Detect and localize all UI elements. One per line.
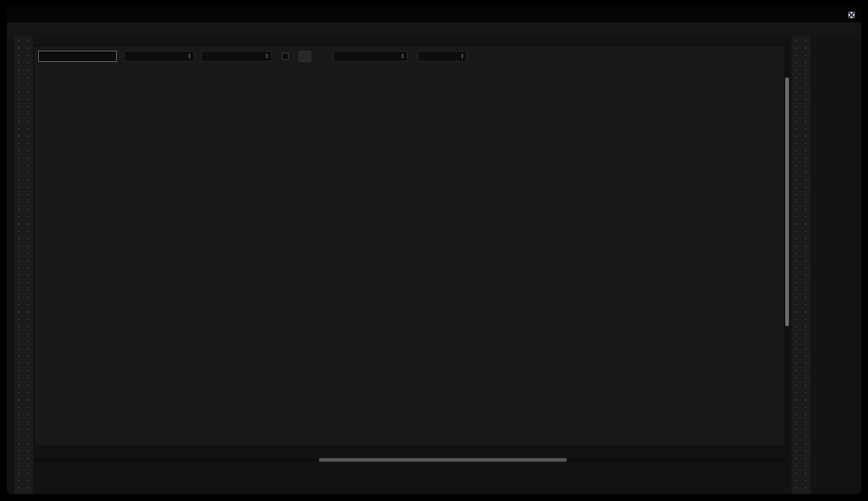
brand-dropdown[interactable]: ▲▼ <box>124 51 194 62</box>
menu-file[interactable] <box>12 28 23 32</box>
spinner-icon: ▲▼ <box>188 53 191 59</box>
favorites-toggle[interactable] <box>282 53 292 60</box>
spinner-icon: ▲▼ <box>461 53 464 59</box>
sort-dropdown[interactable]: ▲▼ <box>333 51 408 62</box>
horizontal-scrollbar-thumb[interactable] <box>319 458 567 462</box>
spinner-icon: ▲▼ <box>401 53 404 59</box>
menu-help[interactable] <box>58 28 69 32</box>
horizontal-scrollbar[interactable] <box>34 458 785 462</box>
module-grid <box>38 66 780 442</box>
menu-bar <box>7 23 861 37</box>
vertical-scrollbar-thumb[interactable] <box>785 77 789 326</box>
tags-dropdown[interactable]: ▲▼ <box>201 51 272 62</box>
module-browser: ▲▼ ▲▼ ▲▼ ▲▼ <box>34 46 785 447</box>
rack-area: ▲▼ ▲▼ ▲▼ ▲▼ <box>7 37 861 494</box>
menu-edit[interactable] <box>24 28 34 32</box>
vertical-scrollbar[interactable] <box>785 46 789 447</box>
filter-bar: ▲▼ ▲▼ ▲▼ ▲▼ <box>38 50 780 62</box>
menu-engine[interactable] <box>47 28 57 32</box>
app-icon <box>848 12 855 18</box>
rack-rail-left <box>14 37 33 494</box>
titlebar <box>7 7 861 23</box>
menu-view[interactable] <box>35 28 46 32</box>
search-input[interactable] <box>38 51 117 62</box>
reset-filters-button[interactable] <box>299 51 311 62</box>
rack-rail-right <box>792 37 810 494</box>
spinner-icon: ▲▼ <box>266 53 268 59</box>
app-window: ▲▼ ▲▼ ▲▼ ▲▼ <box>7 7 861 494</box>
zoom-dropdown[interactable]: ▲▼ <box>417 51 467 62</box>
favorites-checkbox[interactable] <box>282 53 289 60</box>
